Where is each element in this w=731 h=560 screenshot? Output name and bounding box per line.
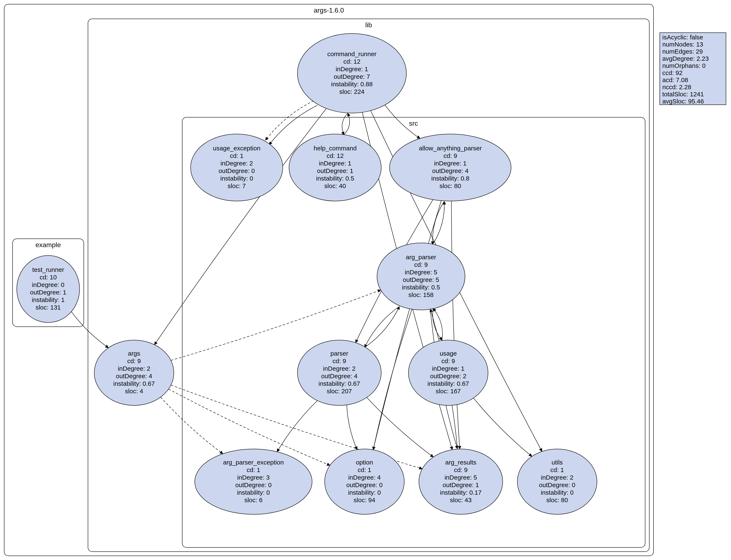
svg-text:outDegree: 7: outDegree: 7 <box>334 73 370 80</box>
graph-nodes: command_runnercd: 12inDegree: 1outDegree… <box>17 34 597 514</box>
edge-arg_parser-usage <box>433 308 442 340</box>
svg-text:instability: 0.88: instability: 0.88 <box>331 81 373 88</box>
node-arg_parser_exception: arg_parser_exceptioncd: 1inDegree: 3outD… <box>195 449 312 514</box>
edge-parser-option <box>347 405 357 450</box>
svg-text:outDegree: 0: outDegree: 0 <box>539 481 575 488</box>
edge-parser-arg_results <box>367 397 433 457</box>
svg-text:sloc: 4: sloc: 4 <box>125 388 143 395</box>
svg-text:instability: 0.8: instability: 0.8 <box>431 175 469 182</box>
svg-text:cd: 1: cd: 1 <box>358 466 371 473</box>
dependency-diagram: args-1.6.0 lib src example command_runne… <box>0 0 731 560</box>
svg-text:sloc: 94: sloc: 94 <box>354 497 375 503</box>
svg-text:outDegree: 0: outDegree: 0 <box>218 167 255 174</box>
svg-text:test_runner: test_runner <box>32 266 64 273</box>
svg-text:inDegree: 1: inDegree: 1 <box>434 160 466 167</box>
svg-text:outDegree: 0: outDegree: 0 <box>235 481 271 488</box>
svg-text:inDegree: 2: inDegree: 2 <box>541 474 573 481</box>
edge-command_runner-usage_exception <box>269 105 318 145</box>
svg-text:instability: 0.67: instability: 0.67 <box>319 380 360 387</box>
svg-text:sloc: 6: sloc: 6 <box>244 497 263 503</box>
svg-text:cd: 9: cd: 9 <box>441 357 455 364</box>
svg-text:isAcyclic: false: isAcyclic: false <box>662 34 703 41</box>
svg-text:instability: 0: instability: 0 <box>541 489 574 496</box>
svg-text:sloc: 224: sloc: 224 <box>339 88 364 95</box>
node-args: argscd: 9inDegree: 2outDegree: 4instabil… <box>94 340 174 405</box>
edge-parser-arg_parser <box>365 306 399 347</box>
node-arg_parser: arg_parsercd: 9inDegree: 5outDegree: 5in… <box>377 243 465 310</box>
svg-text:inDegree: 1: inDegree: 1 <box>336 66 368 72</box>
svg-text:totalSloc: 1241: totalSloc: 1241 <box>662 91 704 98</box>
svg-text:acd: 7.08: acd: 7.08 <box>662 76 688 83</box>
svg-text:sloc: 7: sloc: 7 <box>228 182 246 189</box>
svg-text:sloc: 167: sloc: 167 <box>436 388 461 395</box>
svg-text:usage: usage <box>440 350 457 357</box>
svg-text:outDegree: 1: outDegree: 1 <box>30 289 66 296</box>
node-help_command: help_commandcd: 12inDegree: 1outDegree: … <box>289 134 381 201</box>
svg-text:instability: 1: instability: 1 <box>32 296 65 303</box>
svg-text:allow_anything_parser: allow_anything_parser <box>419 145 482 152</box>
cluster-lib-label: lib <box>365 21 372 29</box>
svg-text:inDegree: 4: inDegree: 4 <box>348 474 381 481</box>
svg-text:outDegree: 4: outDegree: 4 <box>116 373 152 379</box>
svg-text:outDegree: 4: outDegree: 4 <box>321 373 357 379</box>
svg-text:outDegree: 1: outDegree: 1 <box>443 481 479 488</box>
svg-text:help_command: help_command <box>314 145 356 152</box>
node-command_runner: command_runnercd: 12inDegree: 1outDegree… <box>297 34 406 113</box>
svg-text:nccd: 2.28: nccd: 2.28 <box>662 84 691 90</box>
svg-text:cd: 9: cd: 9 <box>414 261 428 268</box>
edge-command_runner-help_command <box>342 113 348 135</box>
svg-text:cd: 10: cd: 10 <box>40 274 57 281</box>
svg-text:utils: utils <box>551 459 563 466</box>
svg-text:ccd: 92: ccd: 92 <box>662 69 683 76</box>
svg-text:args: args <box>128 350 140 357</box>
edge-arg_parser-parser <box>365 306 399 347</box>
svg-text:inDegree: 0: inDegree: 0 <box>32 281 64 288</box>
svg-text:inDegree: 1: inDegree: 1 <box>319 160 351 167</box>
cluster-example-label: example <box>36 241 61 249</box>
node-utils: utilscd: 1inDegree: 2outDegree: 0instabi… <box>517 449 597 514</box>
svg-text:sloc: 40: sloc: 40 <box>324 182 346 189</box>
svg-text:instability: 0: instability: 0 <box>220 175 253 182</box>
svg-text:command_runner: command_runner <box>327 50 376 57</box>
svg-text:instability: 0.17: instability: 0.17 <box>440 489 482 496</box>
svg-text:arg_parser_exception: arg_parser_exception <box>223 459 284 466</box>
svg-text:cd: 1: cd: 1 <box>230 152 243 159</box>
svg-text:instability: 0.5: instability: 0.5 <box>316 175 354 182</box>
svg-text:inDegree: 1: inDegree: 1 <box>432 365 464 372</box>
edge-help_command-command_runner <box>344 113 350 135</box>
svg-text:cd: 12: cd: 12 <box>343 58 360 65</box>
node-usage: usagecd: 9inDegree: 1outDegree: 2instabi… <box>408 340 488 405</box>
svg-text:avgDegree: 2.23: avgDegree: 2.23 <box>662 55 709 62</box>
node-usage_exception: usage_exceptioncd: 1inDegree: 2outDegree… <box>191 134 283 201</box>
svg-text:inDegree: 5: inDegree: 5 <box>444 474 477 481</box>
cluster-src-label: src <box>409 120 418 127</box>
svg-text:inDegree: 3: inDegree: 3 <box>237 474 270 481</box>
svg-text:inDegree: 2: inDegree: 2 <box>323 365 355 372</box>
svg-text:outDegree: 5: outDegree: 5 <box>403 276 439 283</box>
svg-text:cd: 12: cd: 12 <box>327 152 344 159</box>
svg-text:usage_exception: usage_exception <box>213 145 261 152</box>
svg-text:sloc: 43: sloc: 43 <box>450 497 471 503</box>
graph-stats-box: isAcyclic: falsenumNodes: 13numEdges: 29… <box>660 33 726 105</box>
edge-allow_anything_parser-arg_results <box>451 201 460 449</box>
svg-text:instability: 0.67: instability: 0.67 <box>113 380 155 387</box>
svg-text:sloc: 80: sloc: 80 <box>546 497 568 503</box>
svg-text:sloc: 158: sloc: 158 <box>408 291 434 298</box>
edge-parser-arg_parser_exception <box>277 401 318 452</box>
edge-test_runner-args <box>71 312 108 348</box>
svg-text:outDegree: 1: outDegree: 1 <box>317 167 353 174</box>
svg-text:avgSloc: 95.46: avgSloc: 95.46 <box>662 98 704 105</box>
node-arg_results: arg_resultscd: 9inDegree: 5outDegree: 1i… <box>419 449 503 514</box>
svg-text:cd: 1: cd: 1 <box>247 466 260 473</box>
svg-text:parser: parser <box>330 350 348 357</box>
svg-text:numEdges: 29: numEdges: 29 <box>662 48 703 55</box>
edge-usage-utils <box>474 398 532 457</box>
svg-text:cd: 9: cd: 9 <box>454 466 468 473</box>
svg-text:instability: 0.5: instability: 0.5 <box>402 284 440 291</box>
svg-text:sloc: 80: sloc: 80 <box>439 182 461 189</box>
svg-text:cd: 9: cd: 9 <box>443 152 457 159</box>
svg-text:inDegree: 2: inDegree: 2 <box>220 160 253 167</box>
svg-text:numNodes: 13: numNodes: 13 <box>662 41 703 48</box>
svg-text:option: option <box>356 459 373 466</box>
edge-allow_anything_parser-option <box>373 201 441 450</box>
